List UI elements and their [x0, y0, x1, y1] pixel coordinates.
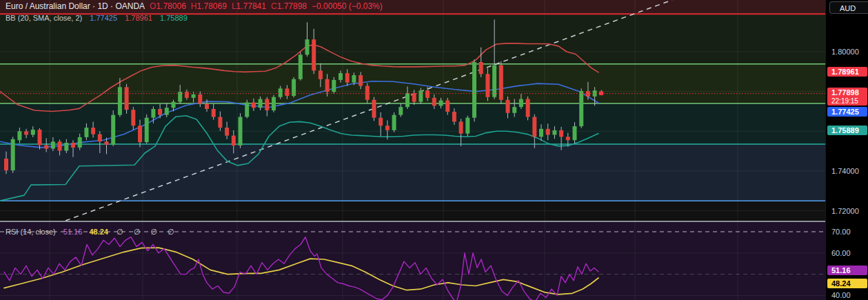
candle-body: [78, 137, 82, 148]
candle-body: [499, 66, 503, 100]
candle-body: [405, 93, 410, 107]
candle-body: [345, 73, 350, 83]
candle-body: [279, 88, 283, 97]
price-badge: 1.7789822:19:15: [827, 88, 867, 106]
rsi-indicator-label[interactable]: RSI (14, close): [6, 228, 56, 236]
candle-body: [44, 145, 48, 148]
bb-legend-row: BB (20, SMA, close, 2) 1.77425 1.78961 1…: [6, 14, 383, 23]
candle-body: [245, 102, 249, 117]
bb-indicator-label[interactable]: BB (20, SMA, close, 2): [6, 14, 82, 22]
candle-body: [532, 117, 536, 137]
candle-body: [111, 115, 115, 145]
candle-body: [299, 54, 303, 79]
candle-body: [198, 94, 202, 104]
candle-body: [252, 102, 256, 108]
candle-body: [259, 99, 263, 108]
candle-body: [459, 121, 463, 133]
candle-body: [339, 73, 343, 80]
bb-lower-value: 1.75889: [160, 14, 188, 22]
countdown-timer: 22:19:15: [831, 97, 867, 106]
candle-body: [319, 70, 323, 79]
chart-canvas[interactable]: [0, 0, 825, 300]
price-badge: 51.16: [827, 266, 867, 275]
candle-body: [372, 100, 376, 118]
last-price-marker: [599, 92, 603, 95]
bb-basis-value: 1.77425: [90, 14, 117, 22]
candle-body: [185, 92, 189, 98]
candle-body: [272, 97, 276, 110]
candle-body: [546, 129, 550, 135]
candle-body: [566, 137, 570, 140]
candle-body: [239, 117, 243, 146]
bb-upper-value: 1.78961: [125, 14, 152, 22]
pane-divider[interactable]: [0, 221, 868, 222]
candle-body: [24, 131, 28, 134]
candle-body: [105, 141, 109, 145]
candle-body: [172, 102, 176, 108]
candle-body: [432, 98, 436, 106]
rsi-level-label: 60.00: [831, 249, 851, 257]
ohlc-h: H1.78069: [191, 1, 227, 11]
candle-body: [519, 99, 523, 108]
price-badge: 48.24: [827, 279, 867, 288]
candle-body: [212, 109, 216, 117]
rsi-empty-inputs: ∅ ∅ ∅ ∅: [117, 228, 179, 236]
currency-button[interactable]: AUD: [829, 1, 868, 14]
candle-body: [352, 75, 356, 83]
candle-body: [492, 66, 496, 97]
candle-body: [38, 130, 42, 145]
candle-body: [158, 109, 162, 115]
ohlc-o: O1.78006: [150, 1, 186, 11]
candle-body: [71, 143, 75, 148]
candle-body: [11, 139, 15, 170]
symbol-legend-row: Euro / Australian Dollar · 1D · OANDAO1.…: [6, 1, 383, 12]
candle-body: [312, 39, 316, 70]
candle-body: [479, 62, 483, 74]
candle-body: [573, 126, 577, 140]
rsi-legend-row: RSI (14, close) 51.16 48.24 ∅ ∅ ∅ ∅: [6, 228, 179, 237]
candle-body: [232, 136, 236, 146]
candle-body: [332, 80, 336, 92]
candle-body: [192, 94, 196, 98]
trading-chart-window: Euro / Australian Dollar · 1D · OANDAO1.…: [0, 0, 868, 300]
price-label: 1.72000: [831, 207, 859, 215]
candle-body: [4, 159, 8, 170]
price-zone: [0, 103, 825, 144]
candle-body: [472, 62, 476, 118]
candle-body: [392, 115, 396, 130]
candle-body: [205, 104, 209, 109]
ohlc-l: L1.77841: [232, 1, 266, 11]
candle-body: [365, 86, 370, 100]
candle-body: [385, 126, 390, 130]
price-badge: 1.75889: [827, 126, 867, 135]
candle-body: [84, 128, 88, 137]
candle-body: [579, 91, 583, 126]
candle-body: [145, 118, 149, 142]
candle-body: [98, 134, 102, 142]
candle-body: [539, 129, 543, 137]
candle-body: [552, 130, 556, 135]
candle-body: [418, 90, 423, 101]
candle-body: [512, 107, 516, 113]
candle-body: [325, 79, 330, 92]
change-value: −0.00050 (−0.03%): [312, 1, 383, 11]
rsi-level-label: 40.00: [831, 291, 851, 299]
candle-body: [138, 126, 142, 142]
candle-body: [64, 143, 68, 151]
candle-body: [58, 141, 62, 150]
main-legend: Euro / Australian Dollar · 1D · OANDAO1.…: [6, 1, 383, 23]
symbol-title[interactable]: Euro / Australian Dollar · 1D · OANDA: [6, 1, 145, 11]
candle-body: [118, 87, 122, 114]
candle-body: [265, 99, 269, 110]
candle-body: [125, 87, 129, 110]
price-axis[interactable]: AUD 1.800001.740001.7200070.0060.0040.00…: [825, 0, 868, 300]
price-label: 1.80000: [831, 48, 859, 56]
candle-body: [31, 130, 35, 134]
candle-body: [379, 118, 383, 126]
rsi-value: 51.16: [63, 228, 83, 236]
price-badge: 1.78961: [827, 67, 867, 77]
rsi-level-label: 70.00: [831, 228, 851, 236]
candle-body: [559, 130, 563, 137]
candle-body: [285, 88, 289, 96]
candle-body: [425, 90, 430, 98]
